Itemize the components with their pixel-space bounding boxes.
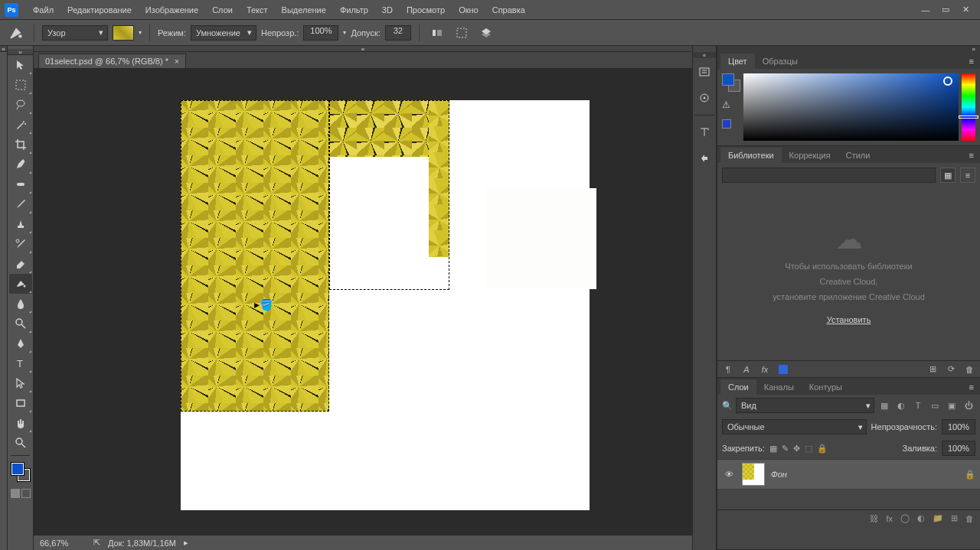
lib-sync-icon[interactable]: ⟳ [945,363,957,376]
right-panels-collapse-icon[interactable]: » [717,46,980,52]
type-tool[interactable]: T [9,353,32,373]
filter-shape-icon[interactable]: ▭ [928,399,942,412]
current-tool-icon[interactable] [6,23,26,43]
window-minimize-icon[interactable]: — [916,2,936,18]
delete-layer-icon[interactable]: 🗑 [965,514,974,523]
status-docsize[interactable]: Док: 1,83M/1,16M [108,539,176,548]
layer-visibility-icon[interactable]: 👁 [722,470,736,479]
new-layer-icon[interactable]: ⊞ [951,513,958,523]
libraries-panel-menu-icon[interactable]: ≡ [963,148,980,163]
status-zoom[interactable]: 66,67% [40,539,86,548]
pattern-swatch[interactable] [113,25,134,41]
rectangular-marquee-tool[interactable] [9,75,32,95]
tab-swatches[interactable]: Образцы [755,54,805,69]
lock-position-icon[interactable]: ✥ [793,444,800,454]
menu-help[interactable]: Справка [485,0,532,20]
canvas-viewport[interactable]: ▸🪣 [34,69,692,535]
library-select[interactable] [722,168,936,183]
tab-channels[interactable]: Каналы [756,379,802,395]
hue-slider-handle-icon[interactable] [959,116,978,119]
filter-type-icon[interactable]: T [911,399,925,412]
tab-paths[interactable]: Контуры [802,379,850,395]
color-panel-menu-icon[interactable]: ≡ [963,54,980,69]
anti-alias-icon[interactable] [427,24,447,41]
layer-blend-mode-select[interactable]: Обычные [722,419,867,434]
tab-styles[interactable]: Стили [838,148,878,163]
hand-tool[interactable] [9,413,32,433]
doc-expand-icon[interactable]: « [34,46,692,52]
tab-libraries[interactable]: Библиотеки [720,148,782,163]
menu-window[interactable]: Окно [452,0,485,20]
lock-all-icon[interactable]: 🔒 [817,444,828,454]
menu-3d[interactable]: 3D [375,0,400,20]
layer-filter-kind-select[interactable]: Вид [736,398,874,413]
blur-tool[interactable] [9,294,32,314]
move-tool[interactable] [9,55,32,75]
filter-adjustment-icon[interactable]: ◐ [894,399,908,412]
actions-panel-icon[interactable] [694,148,715,169]
path-selection-tool[interactable] [9,373,32,393]
filter-smart-icon[interactable]: ▣ [945,399,959,412]
color-swatches[interactable] [10,461,31,483]
clone-stamp-tool[interactable] [9,214,32,234]
menu-type[interactable]: Текст [240,0,275,20]
lib-new-icon[interactable]: ⊞ [926,363,939,376]
library-grid-view-icon[interactable]: ▦ [940,168,956,183]
libraries-install-link[interactable]: Установить [827,315,871,324]
lib-color-icon[interactable] [777,363,789,376]
library-list-view-icon[interactable]: ≡ [960,168,975,183]
menu-filter[interactable]: Фильтр [333,0,375,20]
dodge-tool[interactable] [9,314,32,334]
tolerance-input[interactable]: 32 [385,25,411,41]
web-safe-swatch[interactable] [722,119,731,129]
hue-slider[interactable] [962,73,975,141]
layer-row[interactable]: 👁 Фон 🔒 [717,459,980,490]
toolbar-expand-icon[interactable]: » [8,49,33,55]
rectangle-shape-tool[interactable] [9,393,32,413]
layers-panel-menu-icon[interactable]: ≡ [963,379,980,395]
layer-name[interactable]: Фон [771,470,959,479]
opacity-input[interactable]: 100% [303,25,338,41]
filter-pixel-icon[interactable]: ▦ [877,399,891,412]
new-adjustment-icon[interactable]: ◐ [917,513,925,523]
fill-type-select[interactable]: Узор [42,25,108,41]
lib-trash-icon[interactable]: 🗑 [963,363,975,376]
history-brush-tool[interactable] [9,234,32,254]
layer-fill-input[interactable]: 100% [942,441,975,456]
all-layers-icon[interactable] [476,24,496,41]
history-panel-icon[interactable] [694,61,715,83]
properties-panel-icon[interactable] [694,87,715,109]
layer-opacity-input[interactable]: 100% [942,419,975,434]
new-group-icon[interactable]: 📁 [933,513,943,523]
window-close-icon[interactable]: ✕ [956,2,975,18]
quickmask-mode-icon[interactable] [21,489,31,498]
menu-edit[interactable]: Редактирование [60,0,139,20]
lib-paragraph-style-icon[interactable]: ¶ [722,363,734,376]
status-expand-icon[interactable]: ⇱ [93,538,100,548]
filter-toggle-icon[interactable]: ⏻ [962,399,975,412]
blend-mode-select[interactable]: Умножение [191,25,256,41]
zoom-tool[interactable] [9,433,32,453]
brush-tool[interactable] [9,194,32,214]
spot-healing-tool[interactable] [9,174,32,194]
menu-view[interactable]: Просмотр [400,0,452,20]
eyedropper-tool[interactable] [9,155,32,174]
window-maximize-icon[interactable]: ▭ [936,2,956,18]
lib-fx-icon[interactable]: fx [759,363,771,376]
color-panel-swatches[interactable] [722,73,740,92]
tab-adjustments[interactable]: Коррекция [782,148,838,163]
pen-tool[interactable] [9,334,32,353]
left-strip-expand-icon[interactable]: » [0,46,7,52]
collapsed-panels-expand-icon[interactable]: « [693,52,716,58]
lock-image-icon[interactable]: ✎ [782,444,789,454]
lock-artboard-icon[interactable]: ⬚ [805,444,812,454]
layer-thumbnail[interactable] [742,463,765,486]
layer-locked-icon[interactable]: 🔒 [965,470,975,480]
lock-transparency-icon[interactable]: ▦ [769,444,777,454]
document-tab-close-icon[interactable]: × [175,57,179,66]
eraser-tool[interactable] [9,254,32,274]
tab-color[interactable]: Цвет [720,54,755,69]
color-panel-fg-swatch[interactable] [722,73,734,86]
status-flyout-icon[interactable]: ▸ [184,538,188,548]
magic-wand-tool[interactable] [9,115,32,135]
